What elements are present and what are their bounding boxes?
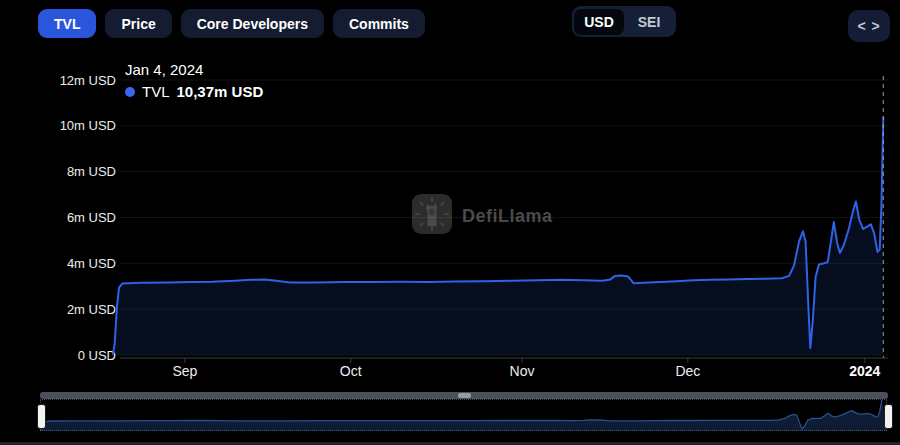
code-icon: < > [857,18,880,34]
y-tick-label: 8m USD [67,164,116,179]
x-tick-label: 2024 [849,363,880,379]
tvl-chart-widget: DefiLlama 0 USD2m USD4m USD6m USD8m USD1… [0,0,900,445]
y-tick-label: 12m USD [60,73,116,88]
x-tick-label: Sep [172,363,197,379]
tooltip-series-label: TVL [142,83,170,100]
tooltip-value: 10,37m USD [177,83,264,100]
tvl-legend-dot-icon [125,87,135,97]
currency-toggle: USDSEI [572,6,676,37]
x-tick-label: Dec [675,363,700,379]
defillama-watermark: DefiLlama [412,194,553,238]
y-tick-label: 6m USD [67,210,116,225]
watermark-label: DefiLlama [462,206,553,227]
x-tick-label: Oct [340,363,362,379]
y-tick-label: 2m USD [67,302,116,317]
tab-core-developers[interactable]: Core Developers [181,9,324,38]
y-tick-label: 10m USD [60,118,116,133]
y-tick-label: 0 USD [78,348,116,363]
scrollbar-grip-icon[interactable] [458,393,471,398]
tooltip-date: Jan 4, 2024 [125,61,263,78]
brush-handle-left[interactable] [37,404,46,429]
range-scrollbar[interactable] [40,392,888,399]
currency-option-sei[interactable]: SEI [624,9,674,35]
defillama-logo-icon [412,194,452,238]
y-tick-label: 4m USD [67,256,116,271]
chart-tabs: TVLPriceCore DevelopersCommits [38,9,425,38]
tab-price[interactable]: Price [105,9,171,38]
x-tick-label: Nov [510,363,535,379]
tab-tvl[interactable]: TVL [38,9,96,38]
brush-handle-right[interactable] [884,404,893,429]
tab-commits[interactable]: Commits [333,9,425,38]
currency-option-usd[interactable]: USD [574,9,624,35]
embed-code-button[interactable]: < > [848,10,890,42]
chart-tooltip: Jan 4, 2024 TVL 10,37m USD [125,61,263,100]
brush-selection-region[interactable] [40,399,887,431]
